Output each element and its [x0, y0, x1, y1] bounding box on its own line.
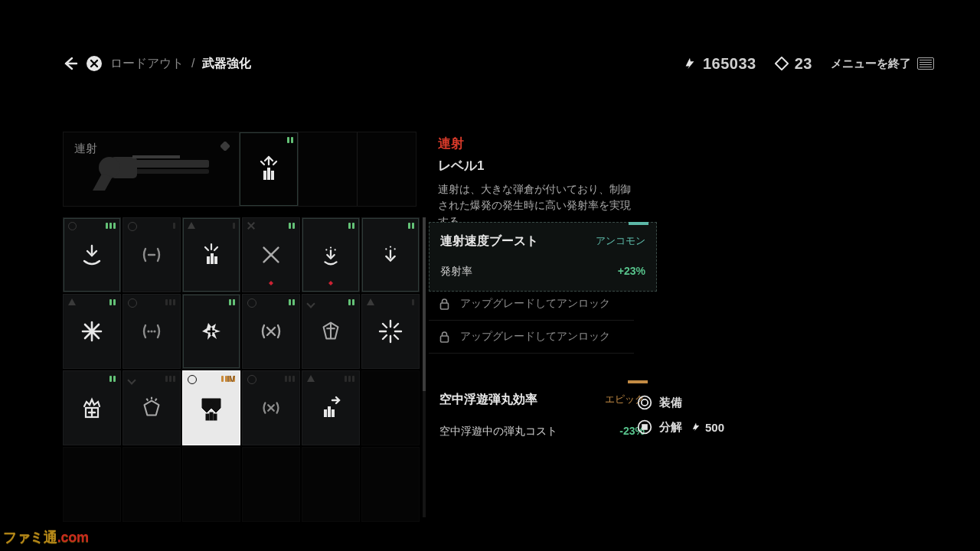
bracket-dash-icon: [137, 240, 166, 269]
svg-rect-12: [211, 253, 214, 264]
grid-cell[interactable]: [361, 294, 420, 369]
grid-cell[interactable]: [242, 294, 300, 369]
grid-cell[interactable]: [302, 294, 360, 369]
svg-rect-3: [125, 169, 209, 174]
grid-cell-selected[interactable]: IV %: [182, 370, 240, 445]
equip-action[interactable]: 装備: [637, 395, 790, 410]
weapon-slot[interactable]: 連射: [64, 132, 240, 206]
back-arrow-icon[interactable]: [63, 56, 78, 71]
svg-rect-11: [207, 256, 210, 264]
weapon-title: 連射: [438, 135, 652, 152]
locked-perk-row: アップグレードしてアンロック: [429, 288, 634, 321]
svg-rect-28: [214, 414, 217, 420]
svg-rect-37: [642, 424, 648, 430]
rarity-bar: [629, 222, 648, 225]
top-bar-right: 165033 23 メニューを終了: [683, 55, 934, 73]
svg-rect-7: [263, 171, 266, 180]
grid-cell[interactable]: [122, 217, 181, 292]
breadcrumb: ロードアウト / 武器強化: [63, 55, 251, 72]
grid-cell[interactable]: [63, 370, 121, 445]
rapid-fire-icon: [254, 155, 283, 184]
locked-perk-row: アップグレードしてアンロック: [429, 321, 634, 354]
menu-exit-button[interactable]: メニューを終了: [831, 57, 934, 71]
options-button-icon: [917, 57, 934, 70]
svg-rect-33: [441, 336, 449, 342]
grid-cell[interactable]: [122, 294, 181, 369]
top-bar: ロードアウト / 武器強化 165033 23 メニューを終了: [63, 51, 934, 77]
svg-rect-32: [441, 303, 449, 309]
orb-icon: [775, 57, 789, 70]
upgrade-grid: IV %: [63, 217, 421, 522]
weapon-silhouette-icon: [71, 140, 224, 201]
explosion-plus-icon: [197, 317, 226, 346]
perk-card-primary[interactable]: 連射速度ブースト アンコモン 発射率 +23%: [429, 222, 657, 292]
gem-shine-icon: [137, 393, 166, 422]
svg-rect-30: [328, 406, 331, 417]
grid-cell-empty: [182, 447, 240, 522]
grid-cell-empty: [63, 447, 121, 522]
bracket-x-small-icon: [256, 393, 286, 422]
spread-fire-icon: [197, 240, 226, 269]
grid-scrollbar[interactable]: [423, 217, 426, 517]
circle-o-icon: [637, 395, 652, 410]
svg-rect-9: [271, 171, 274, 180]
breadcrumb-prev[interactable]: ロードアウト: [110, 56, 184, 72]
svg-rect-27: [210, 412, 213, 420]
watermark: ファミ通.com: [3, 528, 89, 546]
rarity-bar: [628, 380, 648, 383]
grid-cell[interactable]: [182, 217, 240, 292]
svg-point-17: [335, 249, 336, 250]
weapon-level: レベル1: [438, 157, 652, 174]
grid-cell[interactable]: [361, 217, 420, 292]
grid-cell[interactable]: [302, 370, 360, 445]
svg-rect-6: [132, 155, 180, 158]
perk-actions: 装備 分解 500: [637, 395, 790, 435]
dismantle-action[interactable]: 分解 500: [637, 419, 790, 435]
svg-point-35: [642, 399, 648, 406]
drop-recoil-icon: [316, 240, 345, 269]
grid-cell[interactable]: [63, 294, 121, 369]
lock-icon: [439, 298, 449, 310]
svg-point-16: [325, 249, 327, 250]
locked-perk-list: アップグレードしてアンロック アップグレードしてアンロック: [429, 288, 634, 354]
scrap-icon: [691, 422, 701, 432]
grid-cell[interactable]: [122, 370, 181, 445]
grid-cell-empty: [242, 447, 300, 522]
locked-perk-label: アップグレードしてアンロック: [460, 330, 610, 344]
svg-rect-2: [125, 160, 209, 168]
percent-banner-icon: %: [197, 393, 226, 422]
mod-slot-3[interactable]: [358, 132, 416, 206]
perk-name: 連射速度ブースト: [440, 233, 538, 249]
svg-rect-26: [206, 414, 209, 420]
drop-impact-icon: [376, 240, 405, 269]
close-button-icon[interactable]: [86, 55, 103, 72]
svg-point-15: [330, 246, 332, 248]
svg-point-34: [639, 396, 652, 409]
grid-cell[interactable]: [302, 217, 360, 292]
grid-cell[interactable]: [63, 217, 121, 292]
svg-text:%: %: [207, 399, 215, 408]
mod-slot-2[interactable]: [299, 132, 358, 206]
perk-stat-label: 空中浮遊中の弾丸コスト: [439, 425, 557, 439]
burst-star-icon: [77, 317, 106, 346]
dismantle-cost: 500: [691, 421, 724, 434]
grid-cell[interactable]: [242, 370, 300, 445]
square-in-circle-icon: [637, 419, 652, 435]
rapid-fire-right-icon: [316, 393, 345, 422]
svg-rect-13: [214, 256, 217, 264]
svg-point-20: [394, 248, 396, 249]
svg-point-19: [385, 248, 387, 249]
perk-stat-label: 発射率: [440, 265, 472, 279]
scrap-icon: [683, 57, 697, 70]
weapon-detail-panel: 連射 レベル1 連射は、大きな弾倉が付いており、制御された爆発の発生時に高い発射…: [438, 135, 652, 230]
grid-cell[interactable]: [182, 294, 240, 369]
tier-pips: [106, 223, 116, 229]
grid-cell-empty: [302, 447, 360, 522]
weapon-strip: 連射: [63, 132, 416, 207]
perk-card-secondary[interactable]: 空中浮遊弾丸効率 エピック 空中浮遊中の弾丸コスト -23%: [429, 381, 655, 451]
perk-name: 空中浮遊弾丸効率: [439, 392, 537, 408]
svg-rect-8: [267, 168, 270, 180]
grid-cell[interactable]: [242, 217, 300, 292]
mod-slot-1[interactable]: [240, 132, 299, 206]
explosion-box-plus-icon: [77, 393, 106, 422]
